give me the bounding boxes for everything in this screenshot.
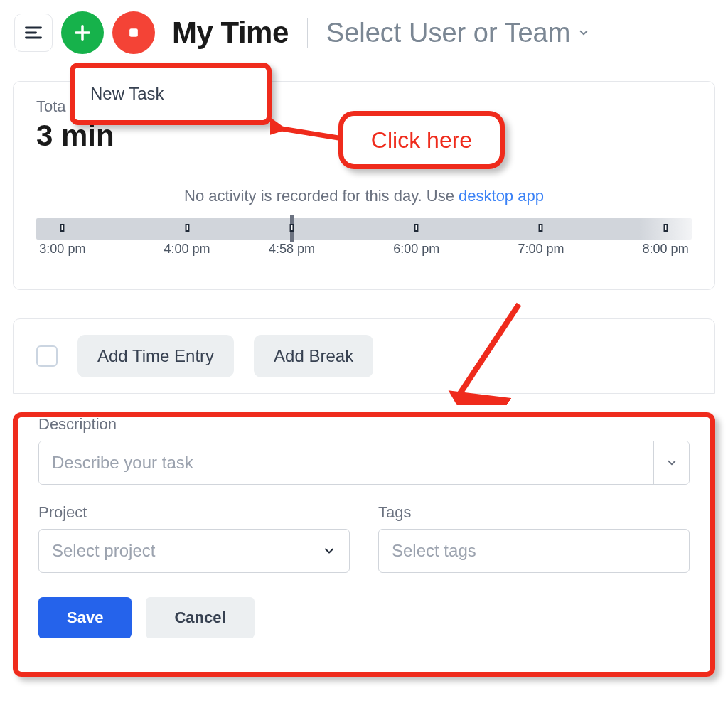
chevron-down-icon xyxy=(322,544,336,558)
project-select[interactable]: Select project xyxy=(38,529,350,573)
tick-label: 6:00 pm xyxy=(393,242,439,257)
tick-mark xyxy=(663,224,668,232)
save-button[interactable]: Save xyxy=(38,597,132,638)
divider xyxy=(307,18,308,48)
menu-button[interactable] xyxy=(14,14,53,52)
top-bar: My Time Select User or Team xyxy=(0,0,728,60)
project-placeholder: Select project xyxy=(52,541,155,561)
user-team-selector[interactable]: Select User or Team xyxy=(326,18,591,48)
user-team-label: Select User or Team xyxy=(326,18,571,48)
timeline-tick: 4:00 pm xyxy=(164,218,210,257)
timeline-tick: 8:00 pm xyxy=(643,218,689,257)
add-time-entry-button[interactable]: Add Time Entry xyxy=(77,335,234,377)
svg-rect-5 xyxy=(129,28,138,37)
annotation-new-task-highlight[interactable]: New Task xyxy=(70,63,272,125)
tick-mark xyxy=(60,224,65,232)
select-all-checkbox[interactable] xyxy=(36,345,58,367)
timeline-bar xyxy=(36,218,692,240)
stop-button[interactable] xyxy=(112,11,155,54)
description-label: Description xyxy=(38,415,690,434)
no-activity-message: No activity is recorded for this day. Us… xyxy=(36,187,692,205)
no-activity-text: No activity is recorded for this day. Us… xyxy=(184,187,459,205)
tags-label: Tags xyxy=(378,503,690,522)
tick-mark xyxy=(414,224,419,232)
desktop-app-link[interactable]: desktop app xyxy=(459,187,544,205)
chevron-down-icon xyxy=(577,26,590,39)
cancel-button[interactable]: Cancel xyxy=(146,597,254,638)
tick-mark xyxy=(539,224,543,232)
stop-icon xyxy=(124,23,144,43)
plus-icon xyxy=(73,23,92,43)
new-task-menu-item: New Task xyxy=(90,84,164,104)
tick-label: 8:00 pm xyxy=(643,242,689,257)
tick-mark xyxy=(290,224,294,232)
tags-placeholder: Select tags xyxy=(392,541,476,561)
tick-label: 3:00 pm xyxy=(39,242,85,257)
actions-row: Add Time Entry Add Break xyxy=(13,318,715,394)
tick-mark xyxy=(185,224,189,232)
chevron-down-icon xyxy=(665,456,678,469)
timeline[interactable]: 3:00 pm4:00 pm4:58 pm6:00 pm7:00 pm8:00 … xyxy=(36,218,692,240)
menu-icon xyxy=(23,23,43,43)
description-field-group xyxy=(38,441,690,485)
tick-label: 4:00 pm xyxy=(164,242,210,257)
timeline-tick: 3:00 pm xyxy=(39,218,85,257)
timeline-tick: 4:58 pm xyxy=(269,218,315,257)
timeline-tick: 7:00 pm xyxy=(518,218,564,257)
tick-label: 7:00 pm xyxy=(518,242,564,257)
tags-select[interactable]: Select tags xyxy=(378,529,690,573)
description-input[interactable] xyxy=(39,441,653,484)
page-title: My Time xyxy=(172,16,289,50)
add-button[interactable] xyxy=(61,11,104,54)
timeline-tick: 6:00 pm xyxy=(393,218,439,257)
description-dropdown-toggle[interactable] xyxy=(653,441,689,484)
add-break-button[interactable]: Add Break xyxy=(254,335,373,377)
time-entry-form: Description Project Select project Tags … xyxy=(13,394,715,660)
project-label: Project xyxy=(38,503,350,522)
tick-label: 4:58 pm xyxy=(269,242,315,257)
